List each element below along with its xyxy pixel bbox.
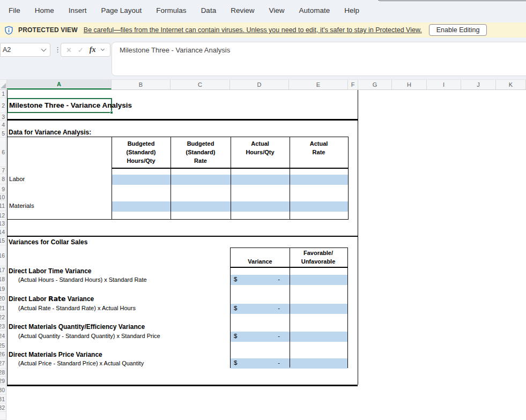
variance-value: - (278, 305, 280, 311)
row-header-2[interactable]: 2 (0, 98, 6, 113)
menu-data[interactable]: Data (201, 6, 217, 14)
menu-file[interactable]: File (9, 6, 20, 14)
menu-help[interactable]: Help (344, 6, 359, 14)
variance-value: - (278, 333, 280, 339)
row-header-29[interactable]: 29 (0, 377, 6, 385)
col-header-actual-rate: Actual Rate (290, 139, 348, 156)
column-header-B[interactable]: B (112, 80, 171, 89)
row-header-17[interactable]: 17 (0, 266, 6, 274)
name-part: Direct Labor (9, 295, 48, 303)
row-header-7[interactable]: 7 (0, 167, 6, 174)
select-all-corner[interactable] (0, 80, 7, 89)
currency-symbol: $ (234, 359, 237, 366)
cancel-icon[interactable]: ✕ (66, 46, 72, 54)
row-header-20[interactable]: 20 (0, 294, 6, 303)
column-header-C[interactable]: C (171, 80, 230, 89)
insert-function-icon[interactable]: fx (90, 46, 96, 54)
protected-view-label: PROTECTED VIEW (18, 26, 78, 34)
row-header-27[interactable]: 27 (0, 358, 6, 369)
row-header-4[interactable]: 4 (0, 121, 6, 129)
row-header-22[interactable]: 22 (0, 313, 6, 321)
row-header-16[interactable]: 16 (0, 245, 6, 266)
row-header-14[interactable]: 14 (0, 228, 6, 236)
row-header-11[interactable]: 11 (0, 201, 6, 211)
row-header-18[interactable]: 18 (0, 274, 6, 284)
name-box[interactable]: A2 (0, 43, 50, 57)
row-header-19[interactable]: 19 (0, 284, 6, 294)
variance-value-row[interactable] (231, 304, 347, 314)
column-header-J[interactable]: J (461, 80, 496, 89)
row-header-3[interactable]: 3 (0, 113, 6, 121)
currency-symbol: $ (234, 305, 237, 311)
column-header-D[interactable]: D (230, 80, 289, 89)
menu-insert[interactable]: Insert (69, 6, 87, 14)
menu-formulas[interactable]: Formulas (156, 6, 186, 14)
variance-table: Variance Favorable/ Unfavorable $ - $ - … (230, 248, 348, 368)
chevron-down-icon[interactable] (101, 47, 105, 50)
worksheet-grid[interactable]: 1234567891011121314151617181920212223242… (0, 90, 526, 420)
column-header-F[interactable]: F (348, 80, 358, 89)
variance-item-formula: (Actual Price - Standard Price) x Actual… (18, 360, 144, 366)
row-header-1[interactable]: 1 (0, 90, 6, 98)
variance-item-formula: (Actual Quantity - Standard Quantity) x … (18, 333, 160, 339)
col-header-budgeted-rate: Budgeted (Standard) Rate (171, 139, 231, 165)
menubar: File Home Insert Page Layout Formulas Da… (9, 6, 359, 14)
row-header-8[interactable]: 8 (0, 174, 6, 184)
table-border (290, 248, 290, 368)
protected-view-message-link[interactable]: Be careful—files from the Internet can c… (84, 26, 422, 34)
row-header-26[interactable]: 26 (0, 350, 6, 358)
row-header-23[interactable]: 23 (0, 321, 6, 331)
variance-item-formula: (Actual Hours - Standard Hours) x Standa… (18, 276, 147, 283)
name-part: Variance (66, 295, 94, 303)
row-header-partial[interactable] (0, 412, 6, 420)
formula-bar-input[interactable]: Milestone Three - Variance Analysis (112, 42, 526, 76)
column-header-A[interactable]: A (7, 80, 112, 89)
variance-column-header: Variance (231, 257, 290, 266)
chevron-down-icon[interactable] (41, 46, 47, 51)
variance-value-row[interactable] (231, 275, 347, 285)
menu-home[interactable]: Home (35, 6, 54, 14)
column-header-H[interactable]: H (392, 80, 427, 89)
input-cell-row-materials[interactable] (112, 201, 348, 212)
menu-page-layout[interactable]: Page Layout (101, 6, 142, 14)
column-header-I[interactable]: I (427, 80, 461, 89)
enable-editing-button[interactable]: Enable Editing (429, 24, 487, 36)
variance-value-row[interactable] (231, 332, 347, 342)
formula-controls: ✕ ✓ fx (61, 43, 110, 57)
variance-value: - (278, 276, 280, 282)
fill-handle[interactable] (110, 111, 113, 114)
row-header-28[interactable]: 28 (0, 369, 6, 377)
row-header-24[interactable]: 24 (0, 331, 6, 341)
column-header-E[interactable]: E (289, 80, 348, 89)
variance-item-name: Direct Labor Time Variance (9, 267, 92, 275)
input-cell-row-labor[interactable] (112, 175, 348, 185)
row-header-9[interactable]: 9 (0, 184, 6, 194)
excel-window: File Home Insert Page Layout Formulas Da… (0, 0, 526, 420)
row-header-32[interactable]: 32 (0, 403, 6, 412)
row-label-materials: Materials (9, 202, 34, 209)
row-header-6[interactable]: 6 (0, 138, 6, 167)
select-all-triangle-icon (1, 83, 6, 88)
menu-view[interactable]: View (269, 6, 284, 14)
section-divider (7, 236, 358, 237)
row-header-13[interactable]: 13 (0, 220, 6, 228)
row-header-21[interactable]: 21 (0, 303, 6, 313)
row-header-31[interactable]: 31 (0, 395, 6, 403)
currency-symbol: $ (234, 333, 237, 339)
row-header-25[interactable]: 25 (0, 341, 6, 350)
row-header-12[interactable]: 12 (0, 211, 6, 220)
row-header-10[interactable]: 10 (0, 194, 6, 201)
menu-automate[interactable]: Automate (299, 6, 330, 14)
data-table: Budgeted (Standard) Hours/Qty Budgeted (… (7, 137, 349, 220)
column-header-K[interactable]: K (496, 80, 526, 89)
variance-item-name: Direct Materials Price Variance (9, 351, 102, 358)
enter-icon[interactable]: ✓ (78, 46, 84, 54)
variance-value-row[interactable] (231, 358, 347, 369)
titlebar-search-box-edge (376, 0, 526, 1)
row-header-30[interactable]: 30 (0, 385, 6, 395)
menu-review[interactable]: Review (231, 6, 254, 14)
row-header-5[interactable]: 5 (0, 129, 6, 138)
row-header-15[interactable]: 15 (0, 236, 6, 245)
column-header-G[interactable]: G (358, 80, 392, 89)
content-right-border (358, 90, 358, 385)
